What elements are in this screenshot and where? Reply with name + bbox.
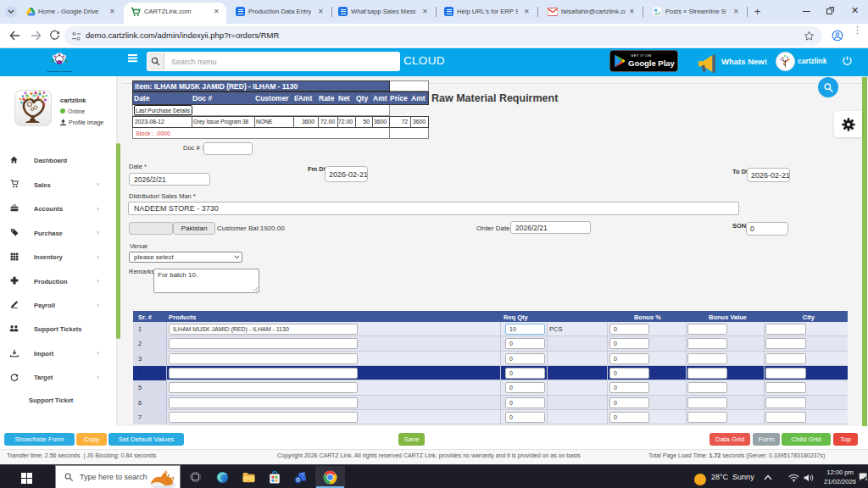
svg-text:1: 1 (865, 476, 868, 481)
